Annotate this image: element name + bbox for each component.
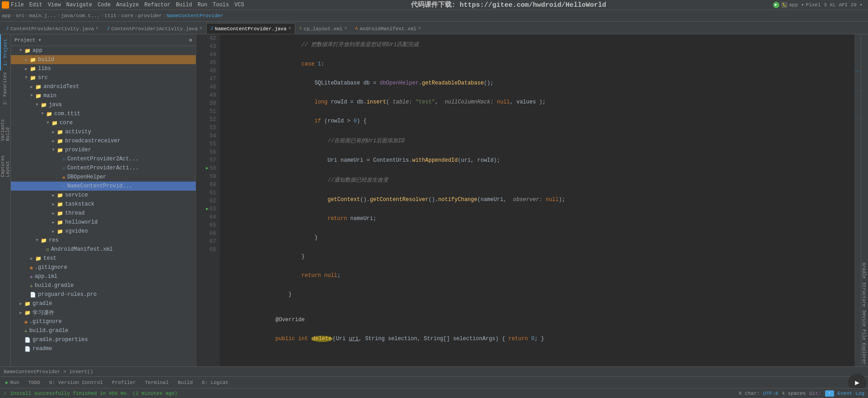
menu-edit[interactable]: Edit bbox=[29, 2, 42, 8]
tree-item-appiml[interactable]: ◈ app.iml bbox=[11, 272, 196, 281]
tree-item-taskstack[interactable]: ▶ 📁 taskstack bbox=[11, 200, 196, 209]
menu-tools[interactable]: Tools bbox=[213, 2, 229, 8]
close-icon-3[interactable]: × bbox=[288, 26, 291, 31]
breadcrumb-java[interactable]: java/com.t... bbox=[61, 13, 100, 19]
tree-item-gradle-properties[interactable]: 📄 gradle.properties bbox=[11, 335, 196, 344]
sidebar-tab-build-variants[interactable]: Build Variants bbox=[0, 107, 10, 143]
tree-item-app[interactable]: ▼ 📁 app bbox=[11, 46, 196, 55]
run-btn-small[interactable]: ▶ bbox=[773, 2, 779, 8]
tree-item-service[interactable]: ▶ 📁 service bbox=[11, 191, 196, 200]
bottom-tab-profiler[interactable]: Profiler bbox=[108, 379, 140, 386]
device-file-explorer-sidebar[interactable]: Device File Explorer bbox=[861, 309, 868, 366]
breadcrumb-file[interactable]: NameContentProvider bbox=[167, 13, 223, 19]
project-gear-icon[interactable]: ⚙ bbox=[189, 37, 192, 43]
tree-item-dbopenhelper[interactable]: ◈ DBOpenHelper bbox=[11, 173, 196, 182]
code-body[interactable]: // 把数据库打开放到里面是想证明Uri匹配完成 case 1: SQLiteD… bbox=[220, 34, 854, 366]
breadcrumb-app[interactable]: app bbox=[2, 13, 11, 19]
tree-item-build-gradle[interactable]: ◈ build.gradle bbox=[11, 281, 196, 290]
breadcrumb-main[interactable]: main.j... bbox=[29, 13, 56, 19]
breadcrumb-core[interactable]: core bbox=[121, 13, 133, 19]
run-config[interactable]: app ▾ bbox=[789, 2, 804, 8]
tree-item-java[interactable]: ▼ 📁 java bbox=[11, 100, 196, 109]
tree-item-libs[interactable]: ▶ 📁 libs bbox=[11, 64, 196, 73]
bottom-tab-build[interactable]: Build bbox=[174, 379, 196, 386]
tree-item-gitignore-app[interactable]: ◉ .gitignore bbox=[11, 263, 196, 272]
tree-item-contentprovideracti[interactable]: ☉ ContentProviderActi... bbox=[11, 164, 196, 173]
tree-item-comttit[interactable]: ▼ 📁 com.ttit bbox=[11, 109, 196, 118]
tab-androidmanifest[interactable]: A AndroidManifest.xml × bbox=[351, 23, 425, 34]
close-icon-4[interactable]: × bbox=[344, 26, 347, 31]
sidebar-tab-favorites[interactable]: 2: Favorites bbox=[0, 70, 10, 107]
event-log-label[interactable]: Event Log bbox=[838, 391, 864, 396]
bottom-tab-run[interactable]: ▶ Run bbox=[2, 379, 23, 386]
structure-sidebar[interactable]: Structure bbox=[861, 281, 868, 309]
tree-item-thread[interactable]: ▶ 📁 thread bbox=[11, 209, 196, 218]
folder-icon: 📁 bbox=[46, 111, 52, 117]
event-log-btn[interactable]: ! bbox=[825, 390, 834, 397]
tree-item-main[interactable]: ▼ 📁 main bbox=[11, 91, 196, 100]
close-icon[interactable]: × bbox=[96, 26, 99, 31]
bottom-tab-logcat[interactable]: 6: Logcat bbox=[198, 379, 232, 386]
breadcrumb-src[interactable]: src bbox=[15, 13, 24, 19]
tree-item-core[interactable]: ▼ 📁 core bbox=[11, 118, 196, 127]
tree-item-androidtest[interactable]: ▶ 📁 androidTest bbox=[11, 82, 196, 91]
code-line-49: //通知数据已经发生改变 bbox=[223, 170, 851, 190]
menu-file[interactable]: File bbox=[11, 2, 24, 8]
tree-item-helloworld[interactable]: ▶ 📁 helloworld bbox=[11, 218, 196, 227]
gradle-sidebar[interactable]: Gradle bbox=[861, 261, 868, 281]
tree-item-test[interactable]: ▶ 📁 test bbox=[11, 254, 196, 263]
arrow-icon: ▼ bbox=[51, 148, 56, 152]
bottom-tab-terminal[interactable]: Terminal bbox=[141, 379, 172, 386]
tree-item-res[interactable]: ▼ 📁 res bbox=[11, 236, 196, 245]
tree-item-src[interactable]: ▼ 📁 src bbox=[11, 73, 196, 82]
editor-scroll-area[interactable]: 42 43 44 45 46 47 48 49 50 51 52 53 54 5… bbox=[196, 34, 861, 366]
tree-item-androidmanifest[interactable]: ⊞ AndroidManifest.xml bbox=[11, 245, 196, 254]
tab-contentprovider2activity[interactable]: J ContentProvider2Activity.java × bbox=[103, 23, 206, 34]
debug-btn-small[interactable]: 🐛 bbox=[781, 2, 788, 8]
tree-item-build[interactable]: ▶ 📁 build bbox=[11, 55, 196, 64]
gutter-line-56: 56 bbox=[196, 148, 220, 156]
gutter-line-44: 44 bbox=[196, 51, 220, 59]
folder-icon: 📁 bbox=[57, 138, 63, 144]
tree-item-gradle-root[interactable]: ▶ 📁 gradle bbox=[11, 299, 196, 308]
sidebar-tab-project[interactable]: 1: Project bbox=[0, 34, 10, 70]
breadcrumb-ttit[interactable]: ttit bbox=[104, 13, 116, 19]
menu-code[interactable]: Code bbox=[98, 2, 111, 8]
device-config[interactable]: Pixel 3 XL API 29 ▾ bbox=[806, 2, 863, 8]
run-gutter-icon-2[interactable]: ▶ bbox=[206, 205, 209, 213]
highlight-delete: delete bbox=[311, 336, 332, 342]
tree-item-readme[interactable]: 📄 readme bbox=[11, 344, 196, 353]
tree-item-xgvideo[interactable]: ▶ 📁 xgvideo bbox=[11, 227, 196, 236]
menu-navigate[interactable]: Navigate bbox=[66, 2, 92, 8]
tab-cp-layout[interactable]: X cp_layout.xml × bbox=[295, 23, 351, 34]
tree-item-proguard[interactable]: 📄 proguard-rules.pro bbox=[11, 290, 196, 299]
menu-refactor[interactable]: Refactor bbox=[144, 2, 170, 8]
close-icon-2[interactable]: × bbox=[199, 26, 202, 31]
bottom-tab-version-control[interactable]: 9: Version Control bbox=[46, 379, 107, 386]
tree-item-broadcastreceiver[interactable]: ▶ 📁 broadcastreceiver bbox=[11, 136, 196, 145]
tab-namecontentprovider[interactable]: J NameContentProvider.java × bbox=[206, 23, 295, 34]
tree-item-contentprovider2act[interactable]: ☉ ContentProvider2Act... bbox=[11, 155, 196, 164]
arrow-icon: ▼ bbox=[18, 48, 24, 53]
play-icon: ▶ bbox=[855, 378, 859, 387]
tree-item-gitignore-root[interactable]: ◉ .gitignore bbox=[11, 317, 196, 326]
menu-build[interactable]: Build bbox=[176, 2, 192, 8]
status-icon: ✓ bbox=[4, 390, 7, 396]
tab-bar: J ContentProviderActivity.java × J Conte… bbox=[0, 22, 868, 34]
breadcrumb-provider[interactable]: provider bbox=[138, 13, 162, 19]
tree-item-provider[interactable]: ▼ 📁 provider bbox=[11, 145, 196, 155]
tree-item-xuexi[interactable]: ▶ 📁 学习课件 bbox=[11, 308, 196, 317]
run-gutter-icon[interactable]: ▶ bbox=[206, 164, 209, 173]
sidebar-tab-layout-captures[interactable]: Layout Captures bbox=[0, 143, 10, 179]
close-icon-5[interactable]: × bbox=[418, 26, 421, 31]
menu-run[interactable]: Run bbox=[198, 2, 208, 8]
menu-view[interactable]: View bbox=[48, 2, 61, 8]
tree-item-build-gradle-root[interactable]: ◈ build.gradle bbox=[11, 326, 196, 335]
tab-contentprovideractivity[interactable]: J ContentProviderActivity.java × bbox=[2, 23, 103, 34]
menu-vcs[interactable]: VCS bbox=[235, 2, 245, 8]
bottom-tab-todo[interactable]: TODO bbox=[24, 379, 43, 386]
tree-item-activity[interactable]: ▶ 📁 activity bbox=[11, 127, 196, 136]
tree-item-namecontentprovid[interactable]: ☉ NameContentProvid... bbox=[11, 182, 196, 191]
gutter-line-59: 59 bbox=[196, 173, 220, 181]
menu-analyze[interactable]: Analyze bbox=[116, 2, 139, 8]
